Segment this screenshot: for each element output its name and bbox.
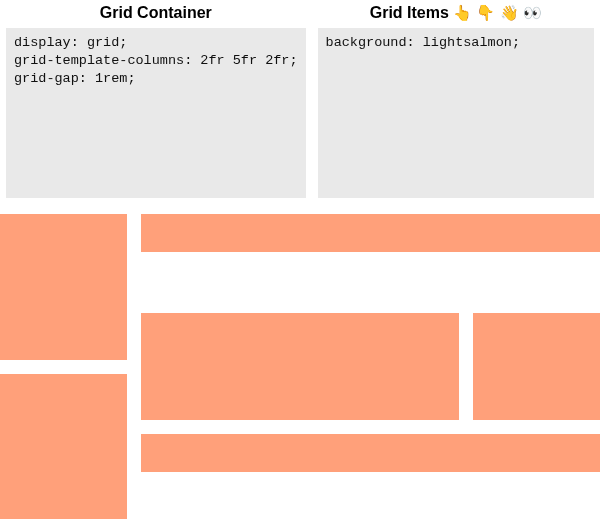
grid-items-title-text: Grid Items bbox=[370, 4, 449, 21]
grid-container-panel: Grid Container display: grid; grid-templ… bbox=[6, 0, 306, 198]
grid-items-title: Grid Items 👆 👇 👋 👀 bbox=[318, 0, 594, 28]
grid-container-code: display: grid; grid-template-columns: 2f… bbox=[6, 28, 306, 198]
grid-items-panel: Grid Items 👆 👇 👋 👀 background: lightsalm… bbox=[318, 0, 594, 198]
grid-demo bbox=[0, 214, 600, 519]
grid-item bbox=[141, 313, 459, 421]
grid-items-code: background: lightsalmon; bbox=[318, 28, 594, 198]
grid-item bbox=[473, 313, 600, 421]
grid-item bbox=[0, 214, 127, 360]
grid-item bbox=[141, 434, 600, 472]
emoji-icons: 👆 👇 👋 👀 bbox=[453, 4, 542, 21]
grid-item bbox=[0, 374, 127, 520]
grid-item bbox=[141, 214, 600, 252]
grid-container-title: Grid Container bbox=[6, 0, 306, 28]
code-panels-row: Grid Container display: grid; grid-templ… bbox=[0, 0, 600, 198]
